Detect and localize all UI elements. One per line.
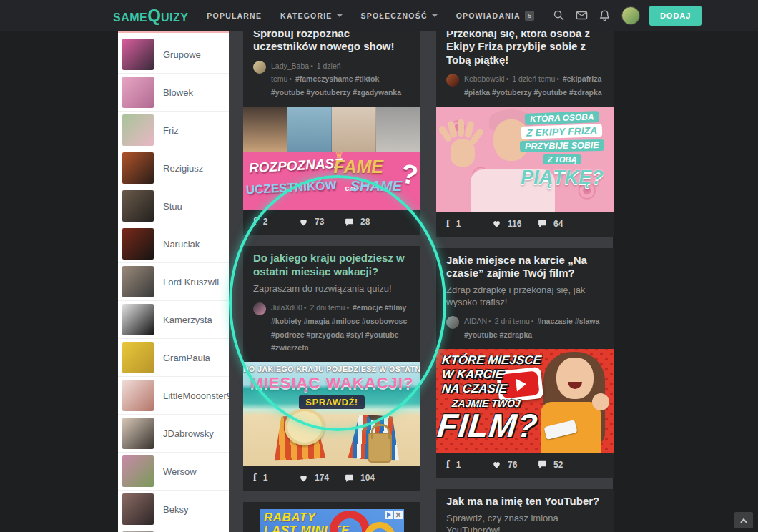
sidebar-item-grupowe[interactable]: Grupowe [118, 36, 229, 74]
author-avatar[interactable] [446, 316, 459, 329]
heart-icon [492, 460, 501, 469]
image-text: MIESIĄC WAKACJI? [243, 374, 420, 393]
author-avatar[interactable] [253, 302, 266, 315]
comment-count: 52 [553, 460, 563, 470]
quiz-thumbnail-fame-czy-shame[interactable]: ROZPOZNASZ UCZESTNIKÓW ♛ FAME czy SHAME … [243, 107, 420, 210]
comment-icon [345, 473, 354, 483]
share-button[interactable]: f1 [253, 472, 299, 483]
comment-icon [538, 219, 547, 228]
quiz-card: Jakie miejsce na karcie „Na czasie” zajm… [436, 248, 614, 478]
category-thumbnail [122, 455, 154, 487]
share-button[interactable]: f1 [446, 459, 492, 471]
image-text: ? [398, 159, 420, 192]
sidebar-item-partial[interactable] [118, 528, 229, 532]
quiz-title[interactable]: Jak ma na imię ten YouTuber? [446, 495, 604, 508]
image-text: KTÓRE MIEJSCE [441, 353, 542, 368]
facebook-icon: f [446, 218, 450, 230]
category-thumbnail [122, 418, 154, 449]
sidebar-item-jdabrowsky[interactable]: JDabrowsky [118, 415, 229, 453]
notification-badge: 5 [525, 11, 534, 21]
quiz-thumbnail-na-czasie[interactable]: KTÓRE MIEJSCE W KARCIE NA CZASIE ZAJMIE … [436, 349, 614, 453]
sidebar-item-beksy[interactable]: Beksy [118, 491, 229, 528]
chevron-down-icon [432, 14, 438, 17]
faces-strip [243, 107, 420, 152]
sidebar-item-stuu[interactable]: Stuu [118, 187, 229, 225]
comments-button[interactable]: 52 [538, 460, 584, 470]
image-text: UCZESTNIKÓW [246, 179, 337, 198]
author-avatar[interactable] [446, 74, 459, 87]
sidebar-item-blowek[interactable]: Blowek [118, 74, 229, 112]
category-thumbnail [122, 228, 154, 260]
sidebar-item-naruciak[interactable]: Naruciak [118, 225, 229, 263]
sidebar-item-label: JDabrowsky [163, 428, 214, 439]
share-button[interactable]: f2 [253, 216, 299, 227]
like-button[interactable]: 174 [299, 473, 345, 483]
add-quiz-button[interactable]: DODAJ [649, 6, 702, 26]
author-avatar[interactable] [253, 61, 266, 74]
sidebar-item-label: Friz [163, 125, 179, 136]
author-name[interactable]: JulaXd00 [271, 303, 302, 312]
like-button[interactable]: 76 [492, 460, 538, 470]
sidebar-item-label: Lord Kruszwil [163, 277, 219, 287]
nav-item-popularne[interactable]: POPULARNE [207, 11, 262, 20]
share-button[interactable]: f1 [446, 218, 492, 230]
quiz-title[interactable]: Spróbuj rozpoznać uczestników nowego sho… [253, 27, 410, 54]
share-count: 2 [263, 217, 268, 227]
category-thumbnail [122, 39, 154, 70]
sidebar-item-label: Blowek [163, 87, 193, 98]
comments-button[interactable]: 64 [538, 219, 584, 229]
nav-item-spolecznosc[interactable]: SPOŁECZNOŚĆ [361, 11, 438, 20]
like-button[interactable]: 116 [492, 219, 538, 229]
sidebar-item-kamerzysta[interactable]: Kamerzysta [118, 301, 229, 339]
sun-hat [285, 408, 325, 445]
category-sidebar: Grupowe Blowek Friz Rezigiusz Stuu Naruc… [118, 31, 229, 532]
scroll-to-top-button[interactable] [734, 512, 753, 528]
author-name[interactable]: Kebabowski [464, 74, 505, 83]
like-count: 76 [508, 460, 517, 470]
sidebar-item-lord-kruszwil[interactable]: Lord Kruszwil [118, 263, 229, 301]
ad-close-icon[interactable] [394, 511, 403, 519]
category-thumbnail [122, 342, 154, 373]
search-icon[interactable] [553, 9, 565, 21]
post-time: 2 dni temu [310, 303, 345, 312]
author-name[interactable]: Lady_Baba [271, 61, 309, 70]
quiz-thumbnail-beach-vacation[interactable]: DO JAKIEGO KRAJU POJEDZIESZ W OSTATNI MI… [243, 362, 420, 466]
nav-item-opowiadania[interactable]: OPOWIADANIA 5 [456, 11, 534, 21]
user-avatar[interactable] [621, 6, 640, 25]
mail-icon[interactable] [576, 9, 588, 21]
sidebar-item-wersow[interactable]: Wersow [118, 453, 229, 491]
comment-count: 104 [360, 473, 375, 483]
ad-banner-rtv-euro-agd[interactable]: RABATY LAST MINUTE I PÓŁ ROKU NIE PŁACIS… [260, 509, 404, 532]
bell-icon[interactable] [599, 9, 611, 21]
facebook-icon: f [253, 216, 257, 227]
quiz-title-highlighted[interactable]: Do jakiego kraju pojedziesz w ostatni mi… [253, 252, 410, 278]
adchoices-icon[interactable] [385, 511, 393, 519]
quiz-card: Spróbuj rozpoznać uczestników nowego sho… [243, 21, 420, 235]
quiz-title[interactable]: Przekonaj się, która osoba z Ekipy Friza… [446, 27, 604, 66]
quiz-title[interactable]: Jakie miejsce na karcie „Na czasie” zajm… [446, 254, 604, 280]
sidebar-item-rezigiusz[interactable]: Rezigiusz [118, 149, 229, 187]
nav-item-kategorie[interactable]: KATEGORIE [280, 11, 342, 20]
comment-count: 64 [553, 219, 563, 229]
sidebar-item-label: Beksy [163, 504, 188, 515]
comments-button[interactable]: 104 [345, 473, 390, 483]
like-button[interactable]: 73 [299, 217, 345, 227]
sidebar-item-label: Stuu [163, 201, 182, 212]
site-logo[interactable]: SAMEQUIZY [113, 6, 188, 26]
sidebar-item-label: Naruciak [163, 239, 200, 250]
post-time: 2 dni temu [495, 317, 530, 325]
comments-button[interactable]: 28 [345, 217, 390, 227]
image-text: FILM? [436, 406, 540, 445]
author-name[interactable]: AIDAN [464, 317, 487, 325]
sidebar-item-grampaula[interactable]: GramPaula [118, 339, 229, 377]
like-count: 73 [315, 217, 324, 227]
sidebar-item-friz[interactable]: Friz [118, 112, 229, 149]
quiz-card: Jak ma na imię ten YouTuber? Sprawdź, cz… [436, 489, 614, 532]
quiz-thumbnail-ekipa-friza[interactable]: KTÓRA OSOBA Z EKIPY FRIZA PRZYBIJE SOBIE… [436, 107, 614, 212]
quiz-meta: Kebabowski1 dzień temu#ekipafriza #piatk… [446, 72, 604, 99]
sidebar-item-littlemooonster96[interactable]: LittleMooonster96 [118, 377, 229, 415]
stats-bar: f1 116 64 [436, 212, 614, 237]
logo-part: SAME [113, 11, 147, 24]
image-text-block: KTÓRA OSOBA Z EKIPY FRIZA PRZYBIJE SOBIE… [515, 111, 609, 189]
quiz-subtitle: Sprawdź, czy znasz imiona YouTuberów! [446, 513, 604, 532]
